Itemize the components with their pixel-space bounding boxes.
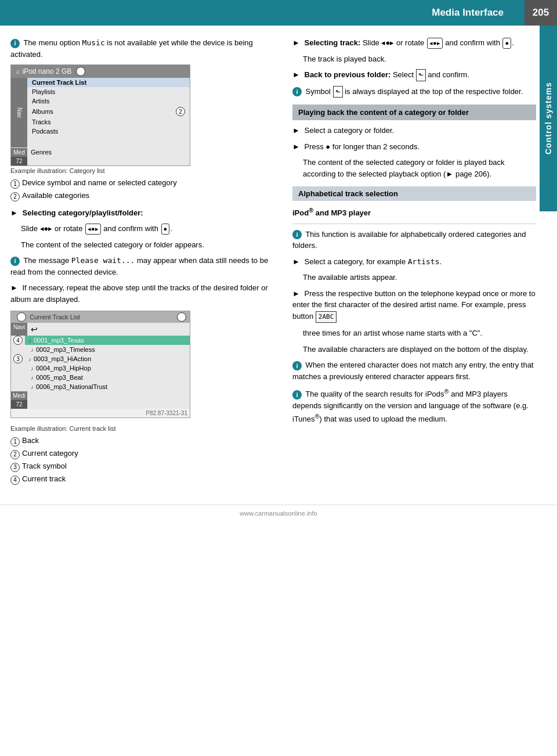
cat-side-label: Med <box>11 148 27 157</box>
info-icon-1: i <box>10 39 20 48</box>
section1-select: ► Select a category or folder. <box>292 125 536 136</box>
header-bar: Media Interface 205 <box>0 0 557 26</box>
info-icon-2: i <box>10 257 20 266</box>
cat-img-credit: P82.87-3320-31 <box>11 165 190 166</box>
press-keypad-sub2: The available characters are displayed o… <box>303 344 536 355</box>
cat-list-row-tracks: Tracks <box>27 117 190 127</box>
track-badge-1: 1 <box>17 312 26 322</box>
header-title: Media Interface <box>0 7 513 19</box>
selecting-track-para: ► Selecting track: Slide ◂●▸ or rotate ◂… <box>292 37 536 49</box>
track-back-icon: ↩ <box>27 323 41 336</box>
music-note-icon-1: ♪ <box>28 337 31 344</box>
cat-list-row-playlists: Playlists <box>27 87 190 96</box>
section1-result: The content of the selected category or … <box>303 157 536 179</box>
press-keypad-sub: three times for an artist whose name sta… <box>303 327 536 339</box>
info-please-wait: i The message Please wait... may appear … <box>10 255 277 278</box>
selecting-track-result: The track is played back. <box>303 53 536 65</box>
track-row-2: ♪ 0002_mp3_Timeless <box>11 345 190 354</box>
badge-2: 2 <box>176 107 185 116</box>
list-item-current-track: 4 Current track <box>10 474 277 485</box>
nav-label: Nav <box>11 78 27 147</box>
folder-icon-info: i Symbol ⬑ is always displayed at the to… <box>292 86 536 98</box>
divider <box>292 224 536 224</box>
track-num-label: 72 <box>11 400 27 409</box>
cat-list-row-albums: Albums 2 <box>27 106 190 117</box>
track-row-6: ♪ 0006_mp3_NationalTrust <box>11 382 190 391</box>
list-item-device-symbol: 1 Device symbol and name or selected cat… <box>10 178 277 189</box>
music-note-icon-2: ♪ <box>31 347 34 353</box>
track-badge-2: 2 <box>177 312 186 322</box>
back-to-prev-folder: ► Back to previous folder: Select ⬑ and … <box>292 69 536 81</box>
track-list-header: 1 Current Track List 2 <box>11 311 190 323</box>
info-icon-4: i <box>292 230 302 239</box>
track-img-credit: P82.87-3321-31 <box>11 409 190 417</box>
section-playing-back: Playing back the content of a category o… <box>292 105 536 120</box>
cat-list-row-podcasts: Podcasts <box>27 127 190 136</box>
list-item-back: 1 Back <box>10 436 277 447</box>
music-note-icon-6: ♪ <box>31 384 34 390</box>
info-icon-5: i <box>292 361 302 370</box>
section1-press: ► Press ● for longer than 2 seconds. <box>292 141 536 153</box>
info-music-unavailable: i The menu option Music is not available… <box>10 37 277 60</box>
track-medi-label: Medi <box>11 391 27 400</box>
track-badge-3: 3 <box>13 354 23 363</box>
music-note-icon-5: ♪ <box>31 375 34 381</box>
right-column: ► Selecting track: Slide ◂●▸ or rotate ◂… <box>287 37 536 487</box>
keypad-button: 2ABC <box>316 311 337 323</box>
list-item-track-symbol: 3 Track symbol <box>10 462 277 472</box>
cat-list-row-artists: Artists <box>27 96 190 106</box>
page-number: 205 <box>525 0 557 26</box>
section-alphabetical: Alphabetical track selection <box>292 186 536 201</box>
selecting-category-result: The content of the selected category or … <box>21 239 277 251</box>
info-quality: i The quality of the search results for … <box>292 387 536 424</box>
badge-1: 1 <box>76 67 85 76</box>
cat-num-label: 72 <box>11 157 27 165</box>
footer-url: www.carmanualsonline.info <box>0 505 557 517</box>
music-note-icon-4: ♪ <box>31 365 34 372</box>
folder-icon: ⬑ <box>416 69 426 81</box>
side-tab: Control systems <box>540 26 557 211</box>
info-icon-6: i <box>292 390 302 399</box>
cat-list-row-selected: Current Track List <box>27 78 190 87</box>
repeat-step-text: ► If necessary, repeat the above step un… <box>10 282 277 305</box>
info-alphabetical: i This function is available for alphabe… <box>292 229 536 251</box>
cat-genres-row: Genres <box>27 147 55 157</box>
caption-category-list: Example illustration: Category list <box>10 166 277 176</box>
left-column: i The menu option Music is not available… <box>10 37 277 487</box>
info-no-match: i When the entered character does not ma… <box>292 359 536 382</box>
press-keypad: ► Press the respective button on the tel… <box>292 288 536 323</box>
folder-icon-2: ⬑ <box>333 86 343 98</box>
list-item-available-cats: 2 Available categories <box>10 191 277 201</box>
select-artists: ► Select a category, for example Artists… <box>292 256 536 268</box>
selecting-category-text: Slide ◂●▸ or rotate ◂●▸ and confirm with… <box>21 223 277 235</box>
category-list-image: ♫ iPod nano 2 GB 1 Nav Current Track Lis… <box>10 64 190 166</box>
caption-track-list: Example illustration: Current track list <box>10 424 277 434</box>
track-row-1: ♪ 0001_mp3_Texas <box>25 336 190 345</box>
track-row-3: ♪ 0003_mp3_HiAction <box>25 354 190 363</box>
track-nav-label: Navi <box>11 323 27 336</box>
track-badge-4: 4 <box>13 336 23 345</box>
cat-list-header: ♫ iPod nano 2 GB 1 <box>11 65 190 78</box>
list-item-current-cat: 2 Current category <box>10 449 277 459</box>
track-row-4: ♪ 0004_mp3_HipHop <box>11 363 190 373</box>
selecting-category-heading: ► Selecting category/playlist/folder: <box>10 207 277 219</box>
track-list-image: 1 Current Track List 2 Navi ↩ 4 ♪ 0001_m… <box>10 311 190 418</box>
info-icon-3: i <box>292 87 302 96</box>
music-note-icon-3: ♪ <box>28 356 31 362</box>
ipod-mp3-heading: iPod® and MP3 player <box>292 206 536 219</box>
track-row-5: ♪ 0005_mp3_Beat <box>11 373 190 382</box>
main-content: i The menu option Music is not available… <box>0 26 557 493</box>
available-artists: The available artists appear. <box>303 272 536 283</box>
